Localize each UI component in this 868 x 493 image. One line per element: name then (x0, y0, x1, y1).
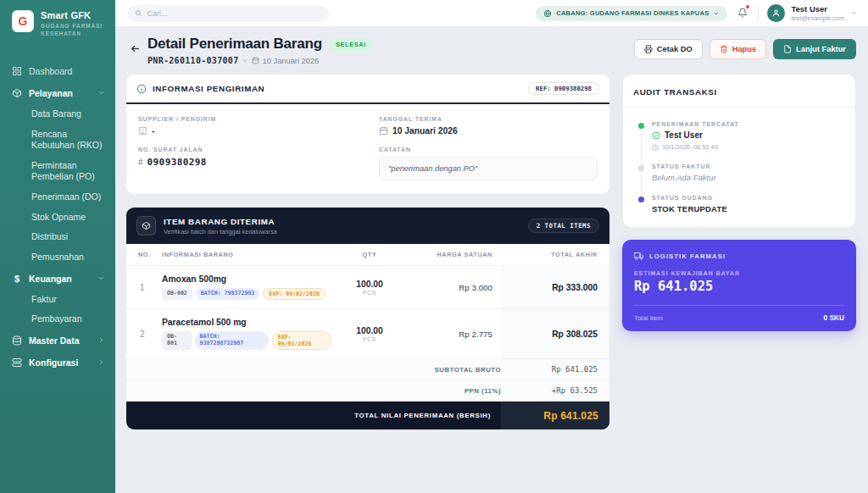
item-code-badge: OB-002 (162, 288, 192, 300)
audit-step-penerimaan: PENERIMAAN TERCATAT Test User 10/1/2026,… (638, 121, 845, 151)
payable-amount: Rp 641.025 (634, 279, 844, 294)
payable-label: ESTIMASI KEWAJIBAN BAYAR (634, 270, 844, 276)
sidebar-item-distribusi[interactable]: Distribusi (0, 227, 115, 247)
sidebar: G Smart GFK GUDANG FARMASI KESEHATAN Das… (0, 0, 115, 493)
notifications-button[interactable] (736, 4, 749, 23)
arrow-left-icon (130, 43, 141, 54)
batch-badge: BATCH: 798372983 (196, 288, 260, 300)
sidebar-item-pemusnahan[interactable]: Pemusnahan (0, 247, 115, 268)
check-circle-icon (652, 131, 660, 140)
field-tanggal-terima: TANGGAL TERIMA 10 Januari 2026 (379, 116, 598, 136)
search-icon (135, 9, 142, 17)
sidebar-item-data-barang[interactable]: Data Barang (0, 104, 115, 125)
audit-step-gudang: STATUS GUDANG STOK TERUPDATE (638, 195, 845, 213)
page-header: Detail Penerimaan Barang SELESAI PNR-260… (125, 36, 856, 65)
ppn-value: +Rp 63.525 (501, 386, 609, 395)
trash-icon (720, 45, 728, 53)
brand-subtitle: GUDANG FARMASI KESEHATAN (41, 22, 103, 38)
user-email: test@example.com (791, 14, 844, 22)
tanggal-terima-value: 10 Januari 2026 (392, 126, 458, 136)
truck-icon (634, 251, 644, 261)
sidebar-item-rko[interactable]: Rencana Kebutuhan (RKO) (0, 125, 115, 156)
sidebar-item-stok-opname[interactable]: Stok Opname (0, 208, 115, 228)
grand-total-bar: TOTAL NILAI PENERIMAAN (BERSIH) Rp 641.0… (126, 402, 609, 429)
database-icon (12, 335, 22, 346)
row-total: Rp 308.025 (501, 309, 609, 358)
document-meta: PNR-260110-037007 • 10 Januari 2026 (147, 56, 373, 65)
batch-badge: BATCH: 9387298732987 (195, 331, 269, 350)
shipment-card-title: INFORMASI PENGIRIMAN (153, 84, 264, 93)
hash-icon: # (138, 158, 143, 167)
dollar-icon: $ (12, 274, 22, 284)
user-icon (771, 8, 781, 18)
chevron-down-icon (713, 10, 720, 17)
search-input[interactable] (147, 9, 321, 18)
items-card-subtitle: Verifikasi batch dan tanggal kedaluwarsa (164, 228, 277, 235)
sidebar-item-dashboard[interactable]: Dashboard (0, 60, 115, 82)
avatar (767, 4, 785, 22)
field-supplier: SUPPLIER / PENGIRIM - (138, 116, 357, 136)
file-icon (783, 45, 792, 53)
topbar-divider (758, 7, 759, 20)
logistics-title: LOGISTIK FARMASI (649, 252, 726, 260)
item-name: Amoxan 500mg (162, 274, 226, 284)
grand-total-value: Rp 641.025 (543, 410, 598, 422)
document-code: PNR-260110-037007 (147, 56, 238, 65)
faktur-status: Belum Ada Faktur (652, 173, 845, 182)
sidebar-item-faktur[interactable]: Faktur (0, 290, 115, 310)
brand-title: Smart GFK (41, 10, 103, 20)
sidebar-group-master-data[interactable]: Master Data (0, 330, 115, 352)
row-number: 2 (126, 309, 162, 358)
back-button[interactable] (125, 39, 144, 58)
branch-label: CABANG: GUDANG FARMASI DINKES KAPUAS (556, 9, 709, 17)
print-do-button[interactable]: Cetak DO (634, 39, 703, 59)
document-date: 10 Januari 2026 (252, 57, 320, 65)
search-box[interactable] (127, 5, 329, 22)
qty-unit: PCS (363, 336, 376, 342)
continue-invoice-button[interactable]: Lanjut Faktur (773, 39, 856, 59)
notification-dot (746, 5, 749, 8)
table-header: NO. INFORMASI BARANG QTY HARGA SATUAN TO… (126, 244, 609, 266)
audit-step-faktur: STATUS FAKTUR Belum Ada Faktur (638, 163, 845, 182)
chevron-down-icon (97, 274, 105, 282)
pelayanan-submenu: Data Barang Rencana Kebutuhan (RKO) Perm… (0, 104, 115, 268)
chevron-right-icon (97, 336, 105, 344)
sidebar-item-penerimaan-do[interactable]: Penerimaan (DO) (0, 187, 115, 208)
unit-price: Rp 3.000 (408, 266, 501, 308)
page-title: Detail Penerimaan Barang (147, 36, 322, 53)
chevron-down-icon (97, 89, 105, 97)
calendar-icon (379, 126, 388, 136)
table-row: 1 Amoxan 500mg OB-002 BATCH: 798372983 E… (126, 266, 609, 309)
branch-selector[interactable]: CABANG: GUDANG FARMASI DINKES KAPUAS (536, 6, 727, 21)
field-surat-jalan: NO. SURAT JALAN # 0909380298 (138, 147, 357, 180)
user-menu[interactable]: Test User test@example.com (767, 4, 858, 22)
ppn-row: PPN (11%) +Rp 63.525 (126, 380, 609, 402)
user-name: Test User (791, 4, 844, 14)
unit-price: Rp 2.775 (408, 309, 501, 358)
sidebar-group-keuangan[interactable]: $ Keuangan (0, 268, 115, 290)
sidebar-nav: Dashboard Pelayanan Data Barang Rencana … (0, 47, 115, 374)
sidebar-group-konfigurasi[interactable]: Konfigurasi (0, 352, 115, 374)
timeline-dot-purple (638, 197, 644, 202)
sidebar-group-pelayanan[interactable]: Pelayanan (0, 82, 115, 104)
sidebar-item-po[interactable]: Permintaan Pembelian (PO) (0, 156, 115, 187)
gudang-status: STOK TERUPDATE (652, 204, 845, 213)
table-row: 2 Paracetamol 500 mg OB-001 BATCH: 93872… (126, 309, 609, 359)
qty-unit: PCS (363, 290, 376, 296)
delete-button[interactable]: Hapus (709, 39, 766, 59)
page-content: Detail Penerimaan Barang SELESAI PNR-260… (115, 27, 868, 493)
keuangan-submenu: Faktur Pembayaran (0, 290, 115, 330)
items-table-card: ITEM BARANG DITERIMA Verifikasi batch da… (125, 207, 610, 430)
timeline-dot-green (638, 123, 644, 129)
item-code-badge: OB-001 (162, 331, 192, 350)
total-item-label: Total Item (634, 314, 663, 322)
building-icon (138, 126, 147, 136)
clock-icon (652, 144, 659, 151)
chevron-right-icon (97, 358, 105, 366)
main-area: CABANG: GUDANG FARMASI DINKES KAPUAS Tes… (115, 0, 868, 493)
field-catatan: CATATAN "penerimaan dengan PO" (379, 147, 598, 180)
sidebar-item-pembayaran[interactable]: Pembayaran (0, 309, 115, 330)
chevron-down-icon (850, 9, 858, 17)
logistics-card: LOGISTIK FARMASI ESTIMASI KEWAJIBAN BAYA… (622, 240, 856, 331)
cube-icon (12, 88, 22, 98)
